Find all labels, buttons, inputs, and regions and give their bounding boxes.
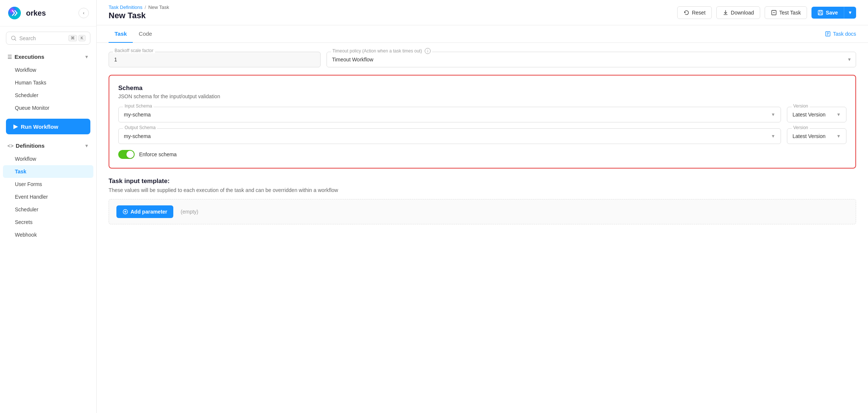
template-empty-label: (empty) xyxy=(181,209,198,215)
main-content: Task Definitions / New Task New Task Res… xyxy=(97,0,868,413)
enforce-schema-toggle[interactable] xyxy=(118,150,135,159)
schema-title: Schema xyxy=(118,84,846,92)
save-icon xyxy=(817,10,823,16)
breadcrumb-col: Task Definitions / New Task New Task xyxy=(109,4,671,20)
topbar: Task Definitions / New Task New Task Res… xyxy=(97,0,868,25)
toggle-knob xyxy=(126,151,134,158)
definitions-arrow-icon: ▼ xyxy=(84,143,89,148)
top-form-row: Backoff scale factor Timeout policy (Act… xyxy=(109,52,856,67)
sidebar-item-task[interactable]: Task xyxy=(3,165,93,178)
topbar-actions: Reset Download Test Task xyxy=(677,6,856,19)
enforce-schema-label: Enforce schema xyxy=(139,151,177,157)
output-schema-label: Output Schema xyxy=(123,125,157,130)
sidebar-item-event-handler[interactable]: Event Handler xyxy=(3,191,93,203)
input-schema-group[interactable]: Input Schema my-schema ▼ xyxy=(118,107,781,122)
executions-section-header[interactable]: ☰ Executions ▼ xyxy=(3,50,93,64)
timeout-policy-group: Timeout policy (Action when a task times… xyxy=(327,52,856,67)
sidebar-item-webhook[interactable]: Webhook xyxy=(3,228,93,241)
search-bar[interactable]: Search ⌘ K xyxy=(6,32,90,45)
save-btn-group: Save ▼ xyxy=(811,7,856,19)
save-button[interactable]: Save xyxy=(811,7,844,19)
timeout-policy-select-wrapper: Timeout Workflow ▼ xyxy=(327,52,856,67)
input-version-arrow-icon: ▼ xyxy=(836,112,841,117)
sidebar-collapse-button[interactable]: ‹ xyxy=(78,8,89,18)
search-icon xyxy=(11,35,16,41)
breadcrumb-current: New Task xyxy=(148,4,169,10)
backoff-scale-factor-group: Backoff scale factor xyxy=(109,52,321,67)
input-schema-arrow-icon: ▼ xyxy=(771,112,775,117)
output-version-label: Version xyxy=(792,125,810,130)
download-icon xyxy=(723,10,729,16)
sidebar-item-human-tasks[interactable]: Human Tasks xyxy=(3,76,93,89)
template-title: Task input template: xyxy=(109,177,856,185)
tabs-bar: Task Code Task docs xyxy=(97,25,868,43)
search-kbd-2: K xyxy=(78,35,86,41)
add-param-icon xyxy=(122,209,128,215)
input-schema-value: my-schema xyxy=(124,112,771,118)
svg-rect-6 xyxy=(820,10,822,12)
svg-line-2 xyxy=(15,39,16,40)
save-dropdown-button[interactable]: ▼ xyxy=(844,7,856,19)
output-version-value: Latest Version xyxy=(793,133,836,139)
sidebar-item-queue-monitor[interactable]: Queue Monitor xyxy=(3,102,93,114)
page-title: New Task xyxy=(109,11,671,20)
content-inner: Task Code Task docs xyxy=(97,25,868,413)
input-schema-label: Input Schema xyxy=(123,103,154,109)
tab-task[interactable]: Task xyxy=(109,25,133,43)
content-area: Task Code Task docs xyxy=(97,25,868,413)
enforce-schema-row: Enforce schema xyxy=(118,150,846,159)
output-version-arrow-icon: ▼ xyxy=(836,134,841,139)
input-schema-row: Input Schema my-schema ▼ Version Latest … xyxy=(118,107,846,122)
sidebar-item-workflow-def[interactable]: Workflow xyxy=(3,153,93,165)
add-parameter-button[interactable]: Add parameter xyxy=(116,205,173,218)
task-docs-link[interactable]: Task docs xyxy=(825,31,856,37)
test-icon xyxy=(771,10,777,16)
sidebar-item-secrets[interactable]: Secrets xyxy=(3,216,93,228)
definitions-section-header[interactable]: <> Definitions ▼ xyxy=(3,139,93,153)
breadcrumb-separator: / xyxy=(145,4,146,10)
search-text: Search xyxy=(19,35,65,41)
backoff-scale-factor-label: Backoff scale factor xyxy=(113,48,155,53)
input-version-group[interactable]: Version Latest Version ▼ xyxy=(787,107,846,122)
executions-section: ☰ Executions ▼ Workflow Human Tasks Sche… xyxy=(0,50,96,114)
form-area: Backoff scale factor Timeout policy (Act… xyxy=(97,43,868,242)
task-docs-icon xyxy=(825,31,831,37)
download-button[interactable]: Download xyxy=(716,6,760,19)
tab-code[interactable]: Code xyxy=(133,25,158,43)
input-version-label: Version xyxy=(792,103,810,109)
schema-section: Schema JSON schema for the input/output … xyxy=(109,75,856,169)
timeout-policy-select[interactable]: Timeout Workflow xyxy=(327,52,856,67)
logo-text: orkes xyxy=(26,9,46,17)
executions-items: Workflow Human Tasks Scheduler Queue Mon… xyxy=(3,64,93,114)
reset-button[interactable]: Reset xyxy=(677,6,712,19)
reset-icon xyxy=(684,10,689,16)
backoff-scale-factor-input[interactable] xyxy=(109,52,321,67)
orkes-logo-icon xyxy=(7,6,22,20)
template-section: Task input template: These values will b… xyxy=(109,177,856,224)
output-version-group[interactable]: Version Latest Version ▼ xyxy=(787,128,846,144)
sidebar-item-scheduler-exec[interactable]: Scheduler xyxy=(3,89,93,102)
run-icon: ▶ xyxy=(13,123,18,130)
executions-label: Executions xyxy=(15,54,84,60)
search-kbd-1: ⌘ xyxy=(68,35,77,41)
output-schema-group[interactable]: Output Schema my-schema ▼ xyxy=(118,128,781,144)
breadcrumb-link[interactable]: Task Definitions xyxy=(109,4,142,10)
template-box: Add parameter (empty) xyxy=(109,199,856,224)
sidebar-item-scheduler-def[interactable]: Scheduler xyxy=(3,203,93,216)
output-schema-arrow-icon: ▼ xyxy=(771,134,775,139)
definitions-items: Workflow Task User Forms Event Handler S… xyxy=(3,153,93,241)
template-description: These values will be supplied to each ex… xyxy=(109,187,856,193)
test-task-button[interactable]: Test Task xyxy=(765,6,807,19)
run-workflow-button[interactable]: ▶ Run Workflow xyxy=(6,119,90,134)
output-schema-row: Output Schema my-schema ▼ Version Latest… xyxy=(118,128,846,144)
sidebar-item-user-forms[interactable]: User Forms xyxy=(3,178,93,191)
timeout-policy-info-icon[interactable]: i xyxy=(425,48,431,54)
schema-description: JSON schema for the input/output validat… xyxy=(118,93,846,99)
definitions-label: Definitions xyxy=(16,143,84,149)
sidebar: orkes ‹ Search ⌘ K ☰ Executions ▼ Workfl… xyxy=(0,0,97,413)
search-shortcut: ⌘ K xyxy=(68,35,86,41)
breadcrumb: Task Definitions / New Task xyxy=(109,4,671,10)
executions-icon: ☰ xyxy=(7,54,12,60)
sidebar-item-workflow-exec[interactable]: Workflow xyxy=(3,64,93,76)
input-version-value: Latest Version xyxy=(793,112,836,118)
